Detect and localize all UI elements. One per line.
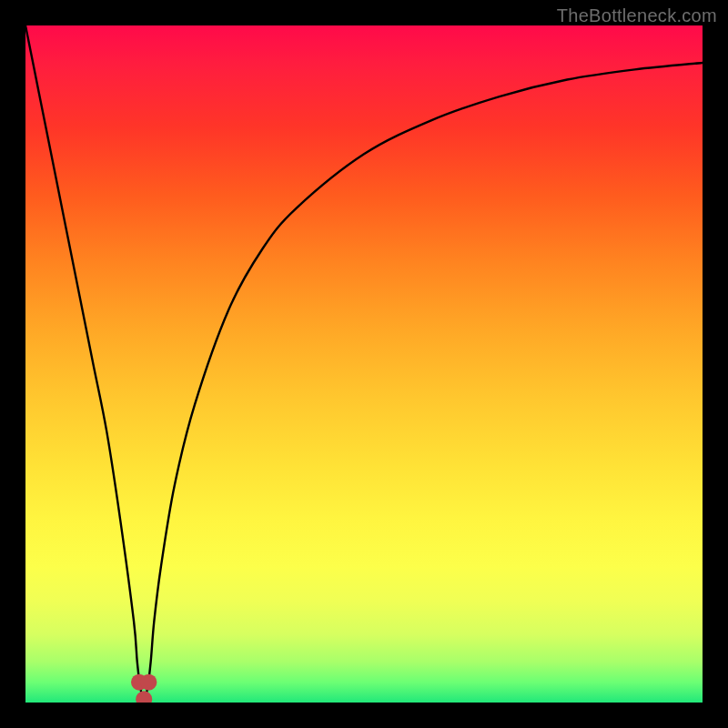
chart-frame: TheBottleneck.com <box>0 0 728 728</box>
chart-background-gradient <box>25 25 703 703</box>
watermark-text: TheBottleneck.com <box>557 5 717 26</box>
